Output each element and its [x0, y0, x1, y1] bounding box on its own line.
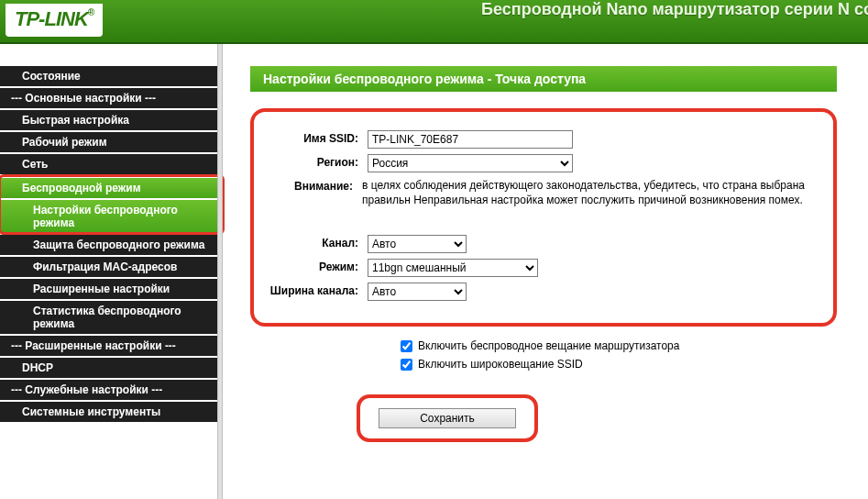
mode-select[interactable]: 11bgn смешанный [368, 259, 538, 277]
menu-wireless-security[interactable]: Защита беспроводного режима [0, 233, 223, 255]
label-channel: Канал: [267, 235, 368, 250]
menu-basic-head: --- Основные настройки --- [0, 86, 223, 108]
label-mode: Режим: [267, 259, 368, 273]
broadcast-ssid-label: Включить широковещание SSID [418, 358, 583, 371]
menu-adv-head: --- Расширенные настройки --- [0, 334, 223, 356]
broadcast-router-row[interactable]: Включить беспроводное вещание маршрутиза… [401, 339, 868, 352]
broadcast-ssid-checkbox[interactable] [401, 359, 412, 371]
menu-wireless[interactable]: Беспроводной режим [0, 176, 223, 198]
menu-status[interactable]: Состояние [0, 64, 223, 86]
page-title: Настройки беспроводного режима - Точка д… [250, 66, 837, 92]
menu-mac-filter[interactable]: Фильтрация MAC-адресов [0, 255, 223, 277]
menu-network[interactable]: Сеть [0, 152, 223, 174]
logo: TP-LINK® [5, 4, 103, 37]
menu-quick-setup[interactable]: Быстрая настройка [0, 108, 223, 130]
banner-title: Беспроводной Nano маршрутизатор серии N … [481, 0, 868, 19]
sidebar: Состояние --- Основные настройки --- Быс… [0, 44, 223, 499]
region-select[interactable]: Россия [368, 154, 573, 172]
label-ssid: Имя SSID: [267, 130, 368, 145]
checkbox-group: Включить беспроводное вещание маршрутиза… [401, 339, 868, 371]
broadcast-ssid-row[interactable]: Включить широковещание SSID [401, 358, 868, 371]
save-button[interactable]: Сохранить [379, 408, 516, 428]
menu-wireless-settings[interactable]: Настройки беспроводного режима [0, 198, 223, 233]
menu-wireless-stats[interactable]: Статистика беспроводного режима [0, 299, 223, 334]
menu-service-head: --- Служебные настройки --- [0, 378, 223, 400]
content: Настройки беспроводного режима - Точка д… [223, 44, 868, 499]
menu-wireless-advanced[interactable]: Расширенные настройки [0, 277, 223, 299]
label-region: Регион: [267, 154, 368, 169]
menu-system-tools[interactable]: Системные инструменты [0, 400, 223, 422]
broadcast-router-checkbox[interactable] [401, 340, 412, 352]
top-banner: TP-LINK® Беспроводной Nano маршрутизатор… [0, 0, 868, 44]
label-chwidth: Ширина канала: [267, 283, 368, 297]
ssid-input[interactable] [368, 130, 573, 149]
menu-dhcp[interactable]: DHCP [0, 356, 223, 378]
settings-group: Имя SSID: Регион: Россия Внимание: в цел… [250, 108, 837, 327]
save-highlight: Сохранить [357, 394, 538, 442]
channel-select[interactable]: Авто [368, 235, 467, 253]
label-attention: Внимание: [267, 178, 362, 193]
chwidth-select[interactable]: Авто [368, 283, 467, 301]
attention-text: в целях соблюдения действующего законода… [362, 178, 820, 207]
menu-opmode[interactable]: Рабочий режим [0, 130, 223, 152]
broadcast-router-label: Включить беспроводное вещание маршрутиза… [418, 339, 679, 352]
